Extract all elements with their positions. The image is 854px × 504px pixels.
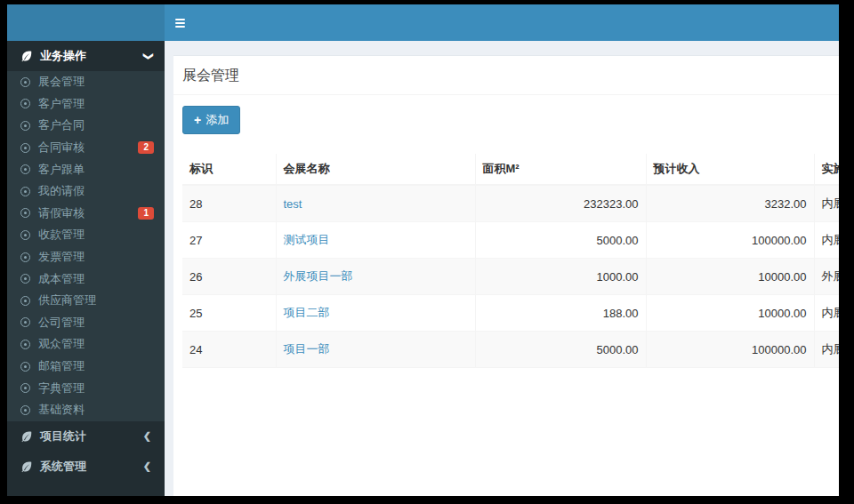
column-header: 预计收入 <box>646 154 814 185</box>
sidebar-item-label: 观众管理 <box>38 336 154 352</box>
sidebar-item-label: 成本管理 <box>38 271 154 287</box>
exhibition-name-link[interactable]: 项目二部 <box>284 306 330 319</box>
dot-circle-icon <box>20 121 30 131</box>
sidebar-item-label: 发票管理 <box>38 249 154 265</box>
sidebar-item[interactable]: 我的请假 <box>7 180 165 203</box>
exhibition-name-link[interactable]: 项目一部 <box>284 342 330 356</box>
exhibition-name-cell: 测试项目 <box>276 222 475 259</box>
table-cell-id: 27 <box>182 222 276 259</box>
sidebar-toggle-button[interactable] <box>165 4 195 41</box>
leaf-icon <box>20 460 33 473</box>
dot-circle-icon <box>20 164 30 174</box>
table-cell-id: 24 <box>182 332 276 368</box>
dot-circle-icon <box>20 383 30 393</box>
exhibition-name-cell: 外展项目一部 <box>276 259 475 295</box>
table-cell-dept: 外展项目部 <box>814 259 839 295</box>
exhibition-name-link[interactable]: 外展项目一部 <box>284 269 353 283</box>
sidebar-item[interactable]: 客户管理 <box>7 93 165 116</box>
exhibition-panel: 展会管理 + 添加 标识会展名称面积M²预计收入实施部门 28test23232… <box>173 55 839 496</box>
sidebar-item[interactable]: 客户跟单 <box>7 158 165 180</box>
page-title: 展会管理 <box>182 68 239 83</box>
sidebar-item[interactable]: 收款管理 <box>7 224 165 246</box>
sidebar-item[interactable]: 请假审核1 <box>7 203 165 225</box>
dot-circle-icon <box>20 340 30 349</box>
sidebar: 业务操作 ❮ 展会管理客户管理客户合同合同审核2客户跟单我的请假请假审核1收款管… <box>7 41 165 496</box>
dot-circle-icon <box>20 252 30 262</box>
sidebar-submenu: 展会管理客户管理客户合同合同审核2客户跟单我的请假请假审核1收款管理发票管理成本… <box>7 71 165 421</box>
table-cell-id: 26 <box>182 259 276 295</box>
exhibition-name-link[interactable]: test <box>284 197 302 211</box>
sidebar-item-label: 客户合同 <box>38 117 154 133</box>
sidebar-section-label: 业务操作 <box>40 48 143 64</box>
dot-circle-icon <box>20 274 30 284</box>
dot-circle-icon <box>20 99 30 108</box>
sidebar-item-label: 请假审核 <box>38 205 138 221</box>
table-cell-dept: 内展项目部 <box>814 295 839 332</box>
table-cell-area: 188.00 <box>475 295 646 332</box>
dot-circle-icon <box>20 143 30 153</box>
exhibition-table: 标识会展名称面积M²预计收入实施部门 28test232323.003232.0… <box>182 154 839 368</box>
dot-circle-icon <box>20 362 30 372</box>
sidebar-item[interactable]: 客户合同 <box>7 115 165 137</box>
table-cell-income: 100000.00 <box>646 332 814 368</box>
column-header: 会展名称 <box>276 154 475 185</box>
sidebar-item[interactable]: 合同审核2 <box>7 137 165 159</box>
sidebar-item-label: 合同审核 <box>38 140 138 156</box>
sidebar-item[interactable]: 基础资料 <box>7 399 165 421</box>
exhibition-name-cell: 项目二部 <box>276 295 475 332</box>
table-cell-dept: 内展项目部 <box>814 222 839 259</box>
sidebar-item-label: 收款管理 <box>38 227 154 243</box>
dot-circle-icon <box>20 77 30 87</box>
content-area: 展会管理 + 添加 标识会展名称面积M²预计收入实施部门 28test23232… <box>165 41 839 496</box>
sidebar-item-label: 我的请假 <box>38 183 154 199</box>
table-header-row: 标识会展名称面积M²预计收入实施部门 <box>182 154 839 185</box>
column-header: 标识 <box>182 154 276 185</box>
table-cell-area: 232323.00 <box>475 185 646 222</box>
dot-circle-icon <box>20 187 30 196</box>
sidebar-item[interactable]: 供应商管理 <box>7 290 165 312</box>
sidebar-item[interactable]: 观众管理 <box>7 333 165 356</box>
sidebar-item[interactable]: 字典管理 <box>7 377 165 399</box>
leaf-icon <box>20 50 33 62</box>
sidebar-item-label: 展会管理 <box>38 74 154 90</box>
add-button-label: 添加 <box>205 112 229 128</box>
add-button[interactable]: + 添加 <box>182 106 240 134</box>
logo-area <box>7 4 165 41</box>
hamburger-icon <box>175 19 185 20</box>
table-row: 26外展项目一部1000.0010000.00外展项目部 <box>182 259 839 295</box>
leaf-icon <box>20 430 33 443</box>
sidebar-item[interactable]: 公司管理 <box>7 312 165 334</box>
chevron-left-icon: ❮ <box>143 460 151 472</box>
sidebar-item-label: 基础资料 <box>38 402 154 418</box>
chevron-left-icon: ❮ <box>143 430 151 442</box>
sidebar-section-business-ops[interactable]: 业务操作 ❮ <box>7 41 165 71</box>
sidebar-item[interactable]: 发票管理 <box>7 246 165 268</box>
table-cell-area: 1000.00 <box>475 259 646 295</box>
dot-circle-icon <box>20 405 30 415</box>
column-header: 面积M² <box>475 154 646 185</box>
dot-circle-icon <box>20 296 30 306</box>
sidebar-section-project-stats[interactable]: 项目统计 ❮ <box>7 421 165 452</box>
table-cell-id: 28 <box>182 185 276 222</box>
navbar <box>165 4 839 41</box>
panel-body: + 添加 标识会展名称面积M²预计收入实施部门 28test232323.003… <box>173 95 839 377</box>
sidebar-item[interactable]: 邮箱管理 <box>7 356 165 378</box>
sidebar-item-label: 邮箱管理 <box>38 358 154 374</box>
notification-badge: 1 <box>138 207 154 220</box>
table-cell-area: 5000.00 <box>475 222 646 259</box>
notification-badge: 2 <box>138 141 154 154</box>
table-cell-area: 5000.00 <box>475 332 646 368</box>
exhibition-name-link[interactable]: 测试项目 <box>284 233 330 246</box>
panel-header: 展会管理 <box>173 56 839 95</box>
sidebar-section-system-mgmt[interactable]: 系统管理 ❮ <box>7 452 165 482</box>
sidebar-item-label: 字典管理 <box>38 380 154 396</box>
sidebar-item-label: 供应商管理 <box>38 292 154 308</box>
table-cell-dept: 内展项目部 <box>814 332 839 368</box>
sidebar-item[interactable]: 成本管理 <box>7 268 165 290</box>
sidebar-item[interactable]: 展会管理 <box>7 71 165 93</box>
plus-icon: + <box>194 114 201 126</box>
table-cell-income: 10000.00 <box>646 259 814 295</box>
table-cell-income: 3232.00 <box>646 185 814 222</box>
exhibition-name-cell: 项目一部 <box>276 332 475 368</box>
sidebar-item-label: 客户管理 <box>38 96 154 112</box>
